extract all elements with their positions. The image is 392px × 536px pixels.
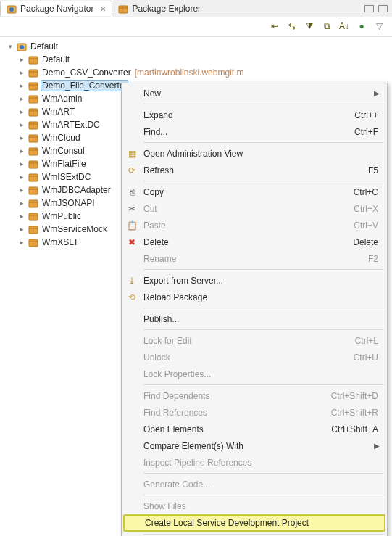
twisty-closed-icon[interactable]: ▸: [17, 82, 26, 89]
package-icon: [28, 198, 38, 208]
view-tabbar: Package Navigator ✕ Package Explorer: [0, 0, 392, 17]
menu-separator: [143, 384, 384, 385]
menu-lock-props: Lock Properties...: [123, 366, 385, 382]
package-icon: [28, 120, 38, 130]
tree-root-label: Default: [29, 41, 59, 52]
tree-item[interactable]: ▸Default: [6, 53, 392, 66]
submenu-arrow-icon: ▶: [374, 89, 385, 97]
tree-item-label: WmARTExtDC: [41, 119, 101, 131]
admin-view-icon: ▦: [123, 149, 141, 159]
tree-item-label: WmPublic: [41, 210, 83, 222]
menu-separator: [143, 181, 384, 181]
package-icon: [28, 146, 38, 156]
menu-export-server[interactable]: ⤓Export from Server...: [123, 272, 385, 289]
tree-item-label: WmFlatFile: [41, 158, 88, 170]
view-toolbar: ⇤ ⇆ ⧩ ⧉ A↓ ● ▽: [0, 17, 392, 37]
twisty-closed-icon[interactable]: ▸: [17, 226, 26, 233]
menu-open-admin[interactable]: ▦Open Administration View: [123, 145, 385, 162]
run-icon[interactable]: ●: [356, 20, 367, 32]
menu-reload-package[interactable]: ⟲Reload Package: [123, 289, 385, 305]
tree-item-suffix: [martinwroblinski.webmgit m: [135, 67, 244, 78]
twisty-closed-icon[interactable]: ▸: [17, 95, 26, 102]
filter-icon[interactable]: ⧩: [304, 20, 315, 32]
twisty-closed-icon[interactable]: ▸: [17, 108, 26, 115]
package-icon: [28, 94, 38, 104]
view-menu-icon[interactable]: ▽: [373, 20, 385, 32]
menu-separator: [143, 534, 384, 535]
menu-delete[interactable]: ✖DeleteDelete: [123, 234, 385, 250]
menu-rename: RenameF2: [123, 250, 385, 267]
menu-generate-code: Generate Code...: [123, 476, 385, 492]
menu-copy[interactable]: ⎘CopyCtrl+C: [123, 184, 385, 200]
menu-refresh[interactable]: ⟳RefreshF5: [123, 162, 385, 178]
context-menu: New▶ ExpandCtrl++ Find...Ctrl+F ▦Open Ad…: [121, 83, 388, 536]
focus-icon[interactable]: ⧉: [321, 20, 333, 32]
twisty-open-icon[interactable]: ▾: [6, 43, 14, 50]
package-icon: [28, 67, 38, 78]
twisty-closed-icon[interactable]: ▸: [17, 69, 26, 76]
twisty-closed-icon[interactable]: ▸: [17, 213, 26, 220]
menu-inspect-pipeline: Inspect Pipeline References: [123, 454, 385, 471]
twisty-closed-icon[interactable]: ▸: [17, 160, 26, 168]
menu-paste: 📋PasteCtrl+V: [123, 217, 385, 234]
menu-publish[interactable]: Publish...: [123, 310, 385, 327]
twisty-closed-icon[interactable]: ▸: [17, 239, 26, 246]
sort-icon[interactable]: A↓: [338, 20, 350, 32]
close-icon[interactable]: ✕: [100, 5, 106, 13]
tree-root[interactable]: ▾ Default: [6, 40, 392, 53]
package-nav-icon: [7, 4, 17, 14]
tab-package-explorer[interactable]: Package Explorer: [112, 1, 207, 16]
menu-separator: [143, 142, 384, 143]
package-explorer-icon: [118, 4, 128, 14]
twisty-closed-icon[interactable]: ▸: [17, 134, 26, 141]
link-editor-icon[interactable]: ⇆: [286, 20, 298, 32]
menu-open-elements[interactable]: Open ElementsCtrl+Shift+A: [123, 421, 385, 437]
tree-item-label: WmCloud: [41, 132, 82, 144]
menu-cut: ✂CutCtrl+X: [123, 200, 385, 217]
package-icon: [28, 237, 38, 247]
menu-create-local-service-dev[interactable]: Create Local Service Development Project: [123, 514, 385, 532]
twisty-closed-icon[interactable]: ▸: [17, 56, 26, 63]
reload-icon: ⟲: [123, 292, 141, 302]
menu-find[interactable]: Find...Ctrl+F: [123, 123, 385, 140]
tree-item-label: WmJDBCAdapter: [41, 184, 112, 196]
menu-compare[interactable]: Compare Element(s) With▶: [123, 437, 385, 454]
package-icon: [28, 172, 38, 182]
refresh-icon: ⟳: [123, 165, 141, 176]
package-icon: [28, 185, 38, 195]
tree-item[interactable]: ▸Demo_CSV_Converter [martinwroblinski.we…: [6, 66, 392, 79]
menu-find-dependents: Find DependentsCtrl+Shift+D: [123, 387, 385, 404]
tree-item-label: WmConsul: [41, 145, 86, 157]
menu-show-files: Show Files: [123, 498, 385, 514]
menu-expand[interactable]: ExpandCtrl++: [123, 107, 385, 123]
twisty-closed-icon[interactable]: ▸: [17, 173, 26, 181]
menu-separator: [143, 329, 384, 330]
twisty-closed-icon[interactable]: ▸: [17, 199, 26, 207]
package-icon: [28, 107, 38, 117]
minimize-icon[interactable]: [364, 5, 374, 12]
menu-lock-edit: Lock for EditCtrl+L: [123, 332, 385, 349]
package-icon: [28, 81, 38, 91]
tree-item-label: Default: [41, 54, 71, 65]
menu-separator: [143, 104, 384, 104]
tree-item-label: WmAdmin: [41, 93, 83, 104]
twisty-closed-icon[interactable]: ▸: [17, 121, 26, 128]
tree-item-label: WmART: [41, 106, 76, 117]
export-icon: ⤓: [123, 276, 141, 286]
menu-new[interactable]: New▶: [123, 85, 385, 102]
delete-icon: ✖: [123, 237, 141, 247]
package-icon: [28, 54, 38, 65]
menu-separator: [143, 495, 384, 495]
tab-label: Package Navigator: [20, 4, 93, 14]
package-icon: [28, 211, 38, 221]
tab-label: Package Explorer: [132, 4, 201, 14]
twisty-closed-icon[interactable]: ▸: [17, 186, 26, 194]
collapse-all-icon[interactable]: ⇤: [269, 20, 280, 32]
tree-item-label: WmServiceMock: [41, 223, 109, 235]
tab-package-navigator[interactable]: Package Navigator ✕: [0, 1, 112, 16]
paste-icon: 📋: [123, 220, 141, 231]
twisty-closed-icon[interactable]: ▸: [17, 147, 26, 154]
tree-item-label: WmXSLT: [41, 236, 80, 248]
maximize-icon[interactable]: [378, 5, 388, 12]
tree-item-label: Demo_File_Converter: [41, 80, 128, 91]
